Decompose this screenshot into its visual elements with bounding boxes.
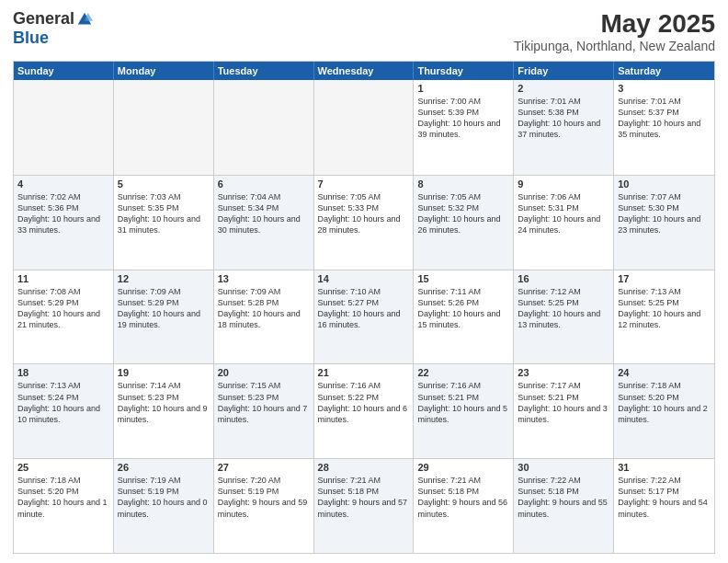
day-number: 15 xyxy=(417,273,509,284)
day-info: Sunrise: 7:06 AM Sunset: 5:31 PM Dayligh… xyxy=(518,191,609,236)
day-number: 8 xyxy=(417,178,509,190)
week-row-2: 4 Sunrise: 7:02 AM Sunset: 5:36 PM Dayli… xyxy=(14,175,714,270)
header-thursday: Thursday xyxy=(414,62,514,80)
cell-w2-sun: 4 Sunrise: 7:02 AM Sunset: 5:36 PM Dayli… xyxy=(14,176,114,270)
day-info: Sunrise: 7:18 AM Sunset: 5:20 PM Dayligh… xyxy=(618,380,711,425)
day-info: Sunrise: 7:05 AM Sunset: 5:32 PM Dayligh… xyxy=(417,191,509,236)
header-tuesday: Tuesday xyxy=(214,62,314,80)
cell-w1-tue xyxy=(214,80,314,175)
day-number: 25 xyxy=(17,462,109,473)
cell-w4-fri: 23 Sunrise: 7:17 AM Sunset: 5:21 PM Dayl… xyxy=(514,364,614,458)
week-row-5: 25 Sunrise: 7:18 AM Sunset: 5:20 PM Dayl… xyxy=(14,458,714,553)
day-info: Sunrise: 7:03 AM Sunset: 5:35 PM Dayligh… xyxy=(118,191,210,236)
cell-w3-sat: 17 Sunrise: 7:13 AM Sunset: 5:25 PM Dayl… xyxy=(614,270,714,364)
day-info: Sunrise: 7:15 AM Sunset: 5:23 PM Dayligh… xyxy=(218,380,310,425)
day-number: 6 xyxy=(218,178,310,190)
day-number: 3 xyxy=(618,83,711,94)
cell-w2-tue: 6 Sunrise: 7:04 AM Sunset: 5:34 PM Dayli… xyxy=(214,176,314,270)
day-number: 31 xyxy=(618,462,711,473)
header-friday: Friday xyxy=(514,62,614,80)
cell-w3-thu: 15 Sunrise: 7:11 AM Sunset: 5:26 PM Dayl… xyxy=(414,270,514,364)
header-monday: Monday xyxy=(114,62,214,80)
day-number: 24 xyxy=(618,367,711,378)
day-info: Sunrise: 7:14 AM Sunset: 5:23 PM Dayligh… xyxy=(118,380,210,425)
day-info: Sunrise: 7:18 AM Sunset: 5:20 PM Dayligh… xyxy=(17,475,109,520)
day-number: 17 xyxy=(618,273,711,284)
cell-w4-wed: 21 Sunrise: 7:16 AM Sunset: 5:22 PM Dayl… xyxy=(314,364,415,458)
cell-w4-mon: 19 Sunrise: 7:14 AM Sunset: 5:23 PM Dayl… xyxy=(114,364,214,458)
cell-w2-fri: 9 Sunrise: 7:06 AM Sunset: 5:31 PM Dayli… xyxy=(514,176,614,270)
header-wednesday: Wednesday xyxy=(314,62,415,80)
day-number: 18 xyxy=(17,367,109,378)
day-number: 11 xyxy=(17,273,109,284)
cell-w1-mon xyxy=(114,80,214,175)
day-info: Sunrise: 7:19 AM Sunset: 5:19 PM Dayligh… xyxy=(118,475,210,520)
day-number: 19 xyxy=(118,367,210,378)
day-info: Sunrise: 7:16 AM Sunset: 5:22 PM Dayligh… xyxy=(318,380,410,425)
day-info: Sunrise: 7:05 AM Sunset: 5:33 PM Dayligh… xyxy=(318,191,410,236)
day-number: 26 xyxy=(118,462,210,473)
day-info: Sunrise: 7:16 AM Sunset: 5:21 PM Dayligh… xyxy=(417,380,509,425)
logo-blue-text: Blue xyxy=(13,29,49,48)
week-row-1: 1 Sunrise: 7:00 AM Sunset: 5:39 PM Dayli… xyxy=(14,80,714,175)
cell-w2-sat: 10 Sunrise: 7:07 AM Sunset: 5:30 PM Dayl… xyxy=(614,176,714,270)
week-row-3: 11 Sunrise: 7:08 AM Sunset: 5:29 PM Dayl… xyxy=(14,270,714,364)
cell-w3-mon: 12 Sunrise: 7:09 AM Sunset: 5:29 PM Dayl… xyxy=(114,270,214,364)
cell-w4-thu: 22 Sunrise: 7:16 AM Sunset: 5:21 PM Dayl… xyxy=(414,364,514,458)
cell-w3-tue: 13 Sunrise: 7:09 AM Sunset: 5:28 PM Dayl… xyxy=(214,270,314,364)
cell-w5-sun: 25 Sunrise: 7:18 AM Sunset: 5:20 PM Dayl… xyxy=(14,459,114,553)
cell-w5-tue: 27 Sunrise: 7:20 AM Sunset: 5:19 PM Dayl… xyxy=(214,459,314,553)
cell-w1-wed xyxy=(314,80,415,175)
day-number: 16 xyxy=(518,273,609,284)
cell-w1-sat: 3 Sunrise: 7:01 AM Sunset: 5:37 PM Dayli… xyxy=(614,80,714,175)
day-info: Sunrise: 7:22 AM Sunset: 5:17 PM Dayligh… xyxy=(618,475,711,520)
day-number: 20 xyxy=(218,367,310,378)
cell-w3-sun: 11 Sunrise: 7:08 AM Sunset: 5:29 PM Dayl… xyxy=(14,270,114,364)
day-number: 21 xyxy=(318,367,410,378)
day-number: 13 xyxy=(218,273,310,284)
cell-w3-fri: 16 Sunrise: 7:12 AM Sunset: 5:25 PM Dayl… xyxy=(514,270,614,364)
cell-w1-thu: 1 Sunrise: 7:00 AM Sunset: 5:39 PM Dayli… xyxy=(414,80,514,175)
day-number: 10 xyxy=(618,178,711,190)
day-number: 29 xyxy=(417,462,509,473)
cell-w4-tue: 20 Sunrise: 7:15 AM Sunset: 5:23 PM Dayl… xyxy=(214,364,314,458)
cell-w1-fri: 2 Sunrise: 7:01 AM Sunset: 5:38 PM Dayli… xyxy=(514,80,614,175)
header-saturday: Saturday xyxy=(614,62,714,80)
day-info: Sunrise: 7:13 AM Sunset: 5:25 PM Dayligh… xyxy=(618,286,711,331)
cell-w5-thu: 29 Sunrise: 7:21 AM Sunset: 5:18 PM Dayl… xyxy=(414,459,514,553)
cell-w2-wed: 7 Sunrise: 7:05 AM Sunset: 5:33 PM Dayli… xyxy=(314,176,415,270)
day-number: 23 xyxy=(518,367,609,378)
day-info: Sunrise: 7:12 AM Sunset: 5:25 PM Dayligh… xyxy=(518,286,609,331)
cell-w5-fri: 30 Sunrise: 7:22 AM Sunset: 5:18 PM Dayl… xyxy=(514,459,614,553)
day-number: 4 xyxy=(17,178,109,190)
cell-w2-mon: 5 Sunrise: 7:03 AM Sunset: 5:35 PM Dayli… xyxy=(114,176,214,270)
day-info: Sunrise: 7:04 AM Sunset: 5:34 PM Dayligh… xyxy=(218,191,310,236)
day-info: Sunrise: 7:21 AM Sunset: 5:18 PM Dayligh… xyxy=(318,475,410,520)
day-info: Sunrise: 7:13 AM Sunset: 5:24 PM Dayligh… xyxy=(17,380,109,425)
day-info: Sunrise: 7:09 AM Sunset: 5:28 PM Dayligh… xyxy=(218,286,310,331)
day-info: Sunrise: 7:22 AM Sunset: 5:18 PM Dayligh… xyxy=(518,475,609,520)
logo-icon xyxy=(76,11,93,28)
day-number: 22 xyxy=(417,367,509,378)
day-info: Sunrise: 7:20 AM Sunset: 5:19 PM Dayligh… xyxy=(218,475,310,520)
logo-general-text: General xyxy=(13,9,74,29)
day-info: Sunrise: 7:00 AM Sunset: 5:39 PM Dayligh… xyxy=(417,96,509,141)
page: General Blue May 2025 Tikipunga, Northla… xyxy=(0,0,728,563)
cell-w5-sat: 31 Sunrise: 7:22 AM Sunset: 5:17 PM Dayl… xyxy=(614,459,714,553)
day-info: Sunrise: 7:09 AM Sunset: 5:29 PM Dayligh… xyxy=(118,286,210,331)
day-number: 9 xyxy=(518,178,609,190)
day-number: 2 xyxy=(518,83,609,94)
day-number: 14 xyxy=(318,273,410,284)
day-number: 30 xyxy=(518,462,609,473)
week-row-4: 18 Sunrise: 7:13 AM Sunset: 5:24 PM Dayl… xyxy=(14,363,714,458)
calendar: Sunday Monday Tuesday Wednesday Thursday… xyxy=(13,61,715,554)
day-info: Sunrise: 7:07 AM Sunset: 5:30 PM Dayligh… xyxy=(618,191,711,236)
logo: General Blue xyxy=(13,9,93,48)
cell-w4-sat: 24 Sunrise: 7:18 AM Sunset: 5:20 PM Dayl… xyxy=(614,364,714,458)
cell-w2-thu: 8 Sunrise: 7:05 AM Sunset: 5:32 PM Dayli… xyxy=(414,176,514,270)
day-info: Sunrise: 7:11 AM Sunset: 5:26 PM Dayligh… xyxy=(417,286,509,331)
cell-w4-sun: 18 Sunrise: 7:13 AM Sunset: 5:24 PM Dayl… xyxy=(14,364,114,458)
cell-w3-wed: 14 Sunrise: 7:10 AM Sunset: 5:27 PM Dayl… xyxy=(314,270,415,364)
cell-w5-wed: 28 Sunrise: 7:21 AM Sunset: 5:18 PM Dayl… xyxy=(314,459,415,553)
day-number: 5 xyxy=(118,178,210,190)
